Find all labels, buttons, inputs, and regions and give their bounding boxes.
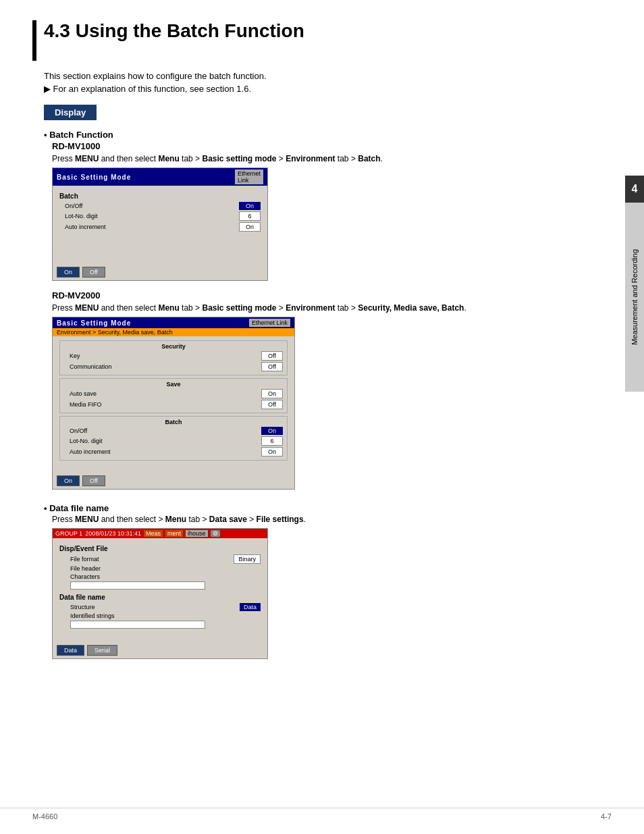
disp-event-label: Disp/Event File xyxy=(59,545,261,552)
data-filename-label: Data file name xyxy=(59,594,261,601)
screen-row-identified: Identified strings xyxy=(59,613,261,619)
section-title-batch: Batch Function xyxy=(44,130,617,140)
batch-function-section: Batch Function RD-MV1000 Press MENU and … xyxy=(44,130,617,490)
page-title: 4.3 Using the Batch Function xyxy=(44,20,304,42)
screen-rdmv2000: Basic Setting Mode Ethernet Link Environ… xyxy=(52,317,295,490)
screen-body-mv1000: Batch On/Off On Lot-No. digit 6 Auto inc… xyxy=(53,186,267,264)
screen-body-datafile: Disp/Event File File format Binary File … xyxy=(53,538,267,642)
screen-breadcrumb-mv2000: Environment > Security, Media save, Batc… xyxy=(53,328,294,336)
btn-off-mv2000[interactable]: Off xyxy=(82,475,105,486)
screen-badge-mv1000: EthernetLink xyxy=(235,170,263,184)
screen-row-characters: Characters xyxy=(59,573,261,580)
data-file-section: Data file name Press MENU and then selec… xyxy=(44,503,617,659)
screen-row-autosave: Auto save On xyxy=(64,389,283,398)
chapter-number: 4 xyxy=(625,176,644,203)
screen-header-mv1000: Basic Setting Mode EthernetLink xyxy=(53,168,267,186)
screen-row-structure: Structure Data xyxy=(59,603,261,611)
screen-header-mv2000: Basic Setting Mode Ethernet Link xyxy=(53,317,294,328)
screen-datafile: GROUP 1 2008/01/23 10:31:41 Meas ment ih… xyxy=(52,528,268,659)
btn-serial[interactable]: Serial xyxy=(87,645,117,656)
btn-on-mv1000[interactable]: On xyxy=(57,267,80,278)
screen-row-lotno-mv2000: Lot-No. digit 6 xyxy=(64,436,283,446)
screen-body-mv2000: Security Key Off Communication Off Save … xyxy=(53,336,294,473)
page-footer: M-4660 4-7 xyxy=(0,808,644,820)
screen-row-fileformat: File format Binary xyxy=(59,554,261,564)
model-rdmv2000: RD-MV2000 xyxy=(52,290,617,301)
screen-row-onoff-mv2000: On/Off On xyxy=(64,427,283,435)
footer-right: 4-7 xyxy=(601,812,612,820)
main-content: This section explains how to configure t… xyxy=(44,71,617,673)
screen-row-onoff-mv1000: On/Off On xyxy=(59,202,261,210)
display-badge: Display xyxy=(44,105,97,120)
screen-date: 2008/01/23 10:31:41 xyxy=(85,530,141,537)
identified-strings-input[interactable] xyxy=(70,621,205,629)
security-group-title: Security xyxy=(64,343,283,350)
side-tab-label: Measurement and Recording xyxy=(630,249,639,345)
screen-row-auto-mv1000: Auto increment On xyxy=(59,222,261,232)
btn-off-mv1000[interactable]: Off xyxy=(82,267,105,278)
screen-row-fileheader: File header xyxy=(59,565,261,572)
accent-bar xyxy=(32,20,36,61)
batch-group-title-mv2000: Batch xyxy=(64,419,283,425)
save-group-title: Save xyxy=(64,381,283,388)
screen-group-label: GROUP 1 xyxy=(55,530,82,537)
instruction-rdmv2000: Press MENU and then select Menu tab > Ba… xyxy=(52,303,617,313)
screen-title-mv1000: Basic Setting Mode xyxy=(57,174,131,181)
screen-footer-mv2000: On Off xyxy=(53,473,294,489)
intro-line2: ▶ For an explanation of this function, s… xyxy=(44,84,617,94)
screen-title-mv2000: Basic Setting Mode xyxy=(57,319,131,327)
screen-settings-icon[interactable]: ⚙ xyxy=(211,530,220,537)
structure-value: Data xyxy=(240,603,261,611)
instruction-datafile: Press MENU and then select > Menu tab > … xyxy=(52,515,617,524)
btn-on-mv2000[interactable]: On xyxy=(57,475,80,486)
screen-row-lotno-mv1000: Lot-No. digit 6 xyxy=(59,211,261,221)
file-format-value: Binary xyxy=(234,554,261,564)
footer-left: M-4660 xyxy=(32,812,57,820)
screen-tab-ment[interactable]: ment xyxy=(165,530,183,537)
intro-line1: This section explains how to configure t… xyxy=(44,71,617,81)
btn-data[interactable]: Data xyxy=(57,645,84,656)
screen-footer-mv1000: On Off xyxy=(53,264,267,280)
side-tab: Measurement and Recording xyxy=(625,203,644,392)
screen-tab-meas[interactable]: Meas xyxy=(144,530,163,537)
screen-group-batch-mv1000: Batch xyxy=(59,192,261,200)
screen-row-key: Key Off xyxy=(64,351,283,361)
screen-rdmv1000: Basic Setting Mode EthernetLink Batch On… xyxy=(52,167,268,281)
screen-footer-datafile: Data Serial xyxy=(53,642,267,658)
screen-row-comm: Communication Off xyxy=(64,362,283,371)
section-title-datafile: Data file name xyxy=(44,503,617,513)
screen-row-mediafifo: Media FIFO Off xyxy=(64,400,283,409)
characters-input[interactable] xyxy=(70,581,205,590)
model-rdmv1000: RD-MV1000 xyxy=(52,141,617,151)
screen-row-auto-mv2000: Auto increment On xyxy=(64,447,283,457)
screen-tab-ihouse[interactable]: ihouse xyxy=(186,530,208,537)
screen-badge-mv2000: Ethernet Link xyxy=(249,319,290,327)
instruction-rdmv1000: Press MENU and then select Menu tab > Ba… xyxy=(52,154,617,163)
